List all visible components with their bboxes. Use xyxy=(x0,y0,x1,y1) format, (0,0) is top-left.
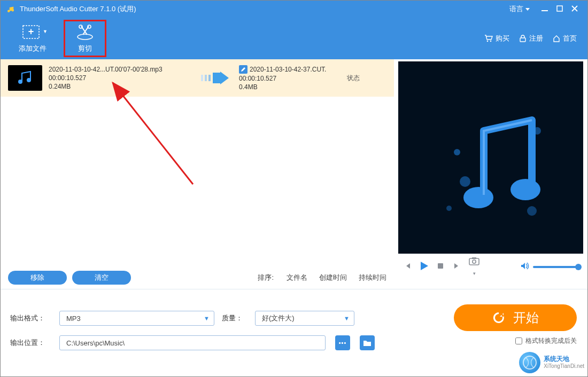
register-label: 注册 xyxy=(529,34,543,43)
register-link[interactable]: 注册 xyxy=(519,34,543,43)
svg-point-1 xyxy=(12,9,14,12)
svg-point-22 xyxy=(527,206,537,216)
svg-point-13 xyxy=(27,78,31,82)
file-list-area: 2020-11-03-10-42...UT.00'07-00'28.mp3 00… xyxy=(1,59,394,289)
output-location-label: 输出位置： xyxy=(10,338,52,348)
home-icon xyxy=(553,35,560,42)
preview-pane: ▾ xyxy=(394,59,587,289)
output-filename: 2020-11-03-10-42-37.CUT. xyxy=(250,66,326,73)
main-toolbar: + ▼ 添加文件 剪切 购买 注册 首页 xyxy=(1,18,587,59)
list-footer: 移除 清空 排序: 文件名 创建时间 持续时间 xyxy=(1,266,394,289)
svg-rect-16 xyxy=(208,75,211,81)
language-menu[interactable]: 语言 xyxy=(509,4,530,14)
close-when-done-checkbox[interactable]: 格式转换完成后关 xyxy=(515,336,577,345)
sort-created[interactable]: 创建时间 xyxy=(319,273,347,282)
svg-rect-15 xyxy=(205,75,207,81)
volume-slider[interactable] xyxy=(533,266,579,268)
svg-rect-29 xyxy=(472,257,476,259)
svg-point-19 xyxy=(454,149,460,155)
input-duration: 00:00:10.527 xyxy=(49,74,191,82)
status-header: 状态 xyxy=(347,74,386,83)
output-location-value: C:\Users\pc\Music\ xyxy=(66,339,125,347)
player-stop-button[interactable] xyxy=(436,262,445,272)
player-play-button[interactable] xyxy=(419,261,429,273)
quality-label: 质量： xyxy=(222,313,247,323)
volume-handle[interactable] xyxy=(575,264,582,270)
cut-button[interactable]: 剪切 xyxy=(64,20,106,57)
skip-next-icon xyxy=(453,262,461,270)
watermark-icon xyxy=(519,352,540,373)
input-filesize: 0.24MB xyxy=(49,83,191,90)
quality-select[interactable]: 好(文件大) ▼ xyxy=(255,311,354,326)
volume-icon xyxy=(521,262,529,270)
home-link[interactable]: 首页 xyxy=(553,34,577,43)
svg-text:+: + xyxy=(28,26,34,37)
clear-button[interactable]: 清空 xyxy=(72,271,131,285)
browse-folder-button[interactable] xyxy=(360,335,375,350)
player-controls: ▾ xyxy=(398,254,583,280)
svg-point-0 xyxy=(7,10,10,13)
buy-link[interactable]: 购买 xyxy=(484,34,509,43)
close-icon xyxy=(571,5,578,12)
preview-artwork xyxy=(398,61,583,254)
maximize-button[interactable] xyxy=(552,5,567,13)
edit-output-button[interactable] xyxy=(239,65,247,74)
more-locations-button[interactable]: ••• xyxy=(335,335,350,350)
output-location-field[interactable]: C:\Users\pc\Music\ xyxy=(59,335,326,350)
folder-icon xyxy=(363,340,372,347)
output-format-select[interactable]: MP3 ▼ xyxy=(59,311,214,326)
maximize-icon xyxy=(556,5,563,12)
language-label: 语言 xyxy=(509,4,523,14)
stop-icon xyxy=(437,262,444,270)
music-note-icon xyxy=(14,69,36,87)
svg-point-6 xyxy=(78,34,92,40)
player-prev-button[interactable] xyxy=(403,262,412,272)
svg-point-20 xyxy=(460,176,470,187)
cut-label: 剪切 xyxy=(78,44,92,53)
quality-value: 好(文件大) xyxy=(262,313,295,323)
svg-point-25 xyxy=(510,179,540,200)
start-button[interactable]: 开始 xyxy=(454,304,577,331)
close-button[interactable] xyxy=(567,5,582,13)
svg-point-24 xyxy=(463,187,493,208)
arrow-right-icon xyxy=(200,72,230,84)
file-thumbnail xyxy=(8,65,42,91)
svg-rect-26 xyxy=(438,263,443,269)
player-next-button[interactable] xyxy=(452,262,462,272)
sort-filename[interactable]: 文件名 xyxy=(287,273,307,282)
svg-rect-2 xyxy=(541,10,548,11)
refresh-icon xyxy=(492,311,506,325)
play-icon xyxy=(419,261,429,271)
input-filename: 2020-11-03-10-42...UT.00'07-00'28.mp3 xyxy=(49,66,191,73)
minimize-icon xyxy=(541,5,548,12)
player-snapshot-button[interactable]: ▾ xyxy=(469,257,478,277)
output-format-value: MP3 xyxy=(66,315,81,323)
output-duration: 00:00:10.527 xyxy=(239,75,341,82)
svg-point-28 xyxy=(473,260,476,263)
player-volume-button[interactable] xyxy=(520,262,530,272)
svg-point-30 xyxy=(523,356,536,369)
remove-button[interactable]: 移除 xyxy=(8,271,67,285)
watermark: 系统天地 XiTongTianDi.net xyxy=(519,352,584,373)
sort-label: 排序: xyxy=(258,273,274,282)
close-when-done-label: 格式转换完成后关 xyxy=(525,336,577,345)
camera-icon xyxy=(469,257,479,265)
more-ellipsis: ••• xyxy=(339,340,347,346)
chevron-down-icon: ▼ xyxy=(204,315,210,321)
minimize-button[interactable] xyxy=(537,5,552,13)
file-row[interactable]: 2020-11-03-10-42...UT.00'07-00'28.mp3 00… xyxy=(1,59,394,97)
svg-rect-11 xyxy=(520,38,525,42)
svg-point-10 xyxy=(490,41,492,42)
pencil-icon xyxy=(241,67,246,72)
add-file-button[interactable]: + ▼ 添加文件 xyxy=(11,20,54,57)
app-title: ThunderSoft Audio Cutter 7.1.0 (试用) xyxy=(20,4,509,14)
start-label: 开始 xyxy=(513,309,539,326)
svg-point-23 xyxy=(446,206,452,211)
lock-icon xyxy=(519,35,527,42)
add-file-label: 添加文件 xyxy=(19,44,47,53)
sort-duration[interactable]: 持续时间 xyxy=(359,273,386,282)
watermark-title: 系统天地 xyxy=(544,356,584,363)
home-label: 首页 xyxy=(563,34,577,43)
close-when-done-input[interactable] xyxy=(515,337,522,344)
preview-panel xyxy=(398,61,583,254)
